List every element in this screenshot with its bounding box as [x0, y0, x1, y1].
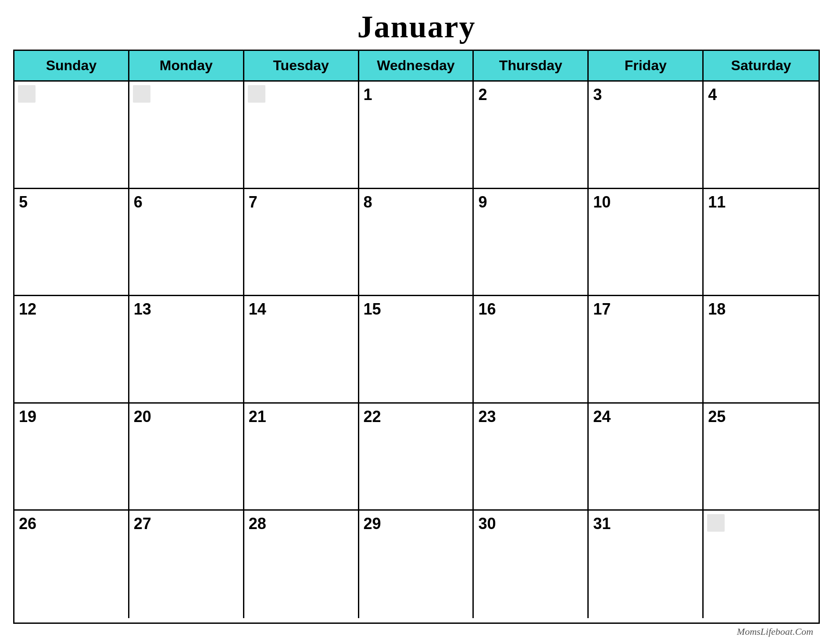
calendar-week-2: 5 6 7 8 9 10 11 — [14, 189, 819, 297]
calendar-day-1[interactable]: 1 — [359, 82, 474, 188]
calendar-day-empty[interactable] — [129, 82, 244, 188]
calendar-month-title: January — [357, 9, 475, 45]
calendar-day-17[interactable]: 17 — [589, 296, 704, 402]
calendar-week-1: 1 2 3 4 — [14, 82, 819, 189]
calendar-day-6[interactable]: 6 — [129, 189, 244, 295]
calendar-container: Sunday Monday Tuesday Wednesday Thursday… — [13, 50, 820, 640]
calendar-day-31[interactable]: 31 — [589, 511, 704, 618]
header-friday: Friday — [589, 51, 704, 80]
calendar-day-24[interactable]: 24 — [589, 404, 704, 510]
calendar-day-22[interactable]: 22 — [359, 404, 474, 510]
header-sunday: Sunday — [14, 51, 129, 80]
calendar-day-28[interactable]: 28 — [244, 511, 359, 618]
calendar-week-5: 26 27 28 29 30 31 — [14, 511, 819, 618]
calendar-day-30[interactable]: 30 — [474, 511, 589, 618]
calendar-header: Sunday Monday Tuesday Wednesday Thursday… — [14, 51, 819, 82]
calendar-grid: Sunday Monday Tuesday Wednesday Thursday… — [13, 50, 820, 624]
calendar-body: 1 2 3 4 5 6 7 8 9 10 11 12 13 14 15 16 — [14, 82, 819, 618]
calendar-week-3: 12 13 14 15 16 17 18 — [14, 296, 819, 404]
calendar-day-15[interactable]: 15 — [359, 296, 474, 402]
calendar-day-10[interactable]: 10 — [589, 189, 704, 295]
calendar-day-12[interactable]: 12 — [14, 296, 129, 402]
calendar-day-14[interactable]: 14 — [244, 296, 359, 402]
calendar-day-11[interactable]: 11 — [704, 189, 819, 295]
calendar-day-20[interactable]: 20 — [129, 404, 244, 510]
calendar-day-5[interactable]: 5 — [14, 189, 129, 295]
header-tuesday: Tuesday — [244, 51, 359, 80]
calendar-day-empty[interactable] — [14, 82, 129, 188]
calendar-day-empty-end[interactable] — [704, 511, 819, 618]
calendar-day-19[interactable]: 19 — [14, 404, 129, 510]
calendar-day-9[interactable]: 9 — [474, 189, 589, 295]
watermark: MomsLifeboat.Com — [13, 624, 820, 640]
calendar-day-25[interactable]: 25 — [704, 404, 819, 510]
calendar-day-2[interactable]: 2 — [474, 82, 589, 188]
calendar-day-13[interactable]: 13 — [129, 296, 244, 402]
calendar-day-empty[interactable] — [244, 82, 359, 188]
header-monday: Monday — [129, 51, 244, 80]
calendar-day-26[interactable]: 26 — [14, 511, 129, 618]
header-saturday: Saturday — [704, 51, 819, 80]
calendar-day-18[interactable]: 18 — [704, 296, 819, 402]
header-thursday: Thursday — [474, 51, 589, 80]
calendar-week-4: 19 20 21 22 23 24 25 — [14, 404, 819, 511]
header-wednesday: Wednesday — [359, 51, 474, 80]
calendar-day-4[interactable]: 4 — [704, 82, 819, 188]
calendar-day-7[interactable]: 7 — [244, 189, 359, 295]
calendar-day-23[interactable]: 23 — [474, 404, 589, 510]
calendar-day-16[interactable]: 16 — [474, 296, 589, 402]
calendar-day-3[interactable]: 3 — [589, 82, 704, 188]
calendar-day-8[interactable]: 8 — [359, 189, 474, 295]
calendar-day-29[interactable]: 29 — [359, 511, 474, 618]
calendar-day-21[interactable]: 21 — [244, 404, 359, 510]
calendar-day-27[interactable]: 27 — [129, 511, 244, 618]
